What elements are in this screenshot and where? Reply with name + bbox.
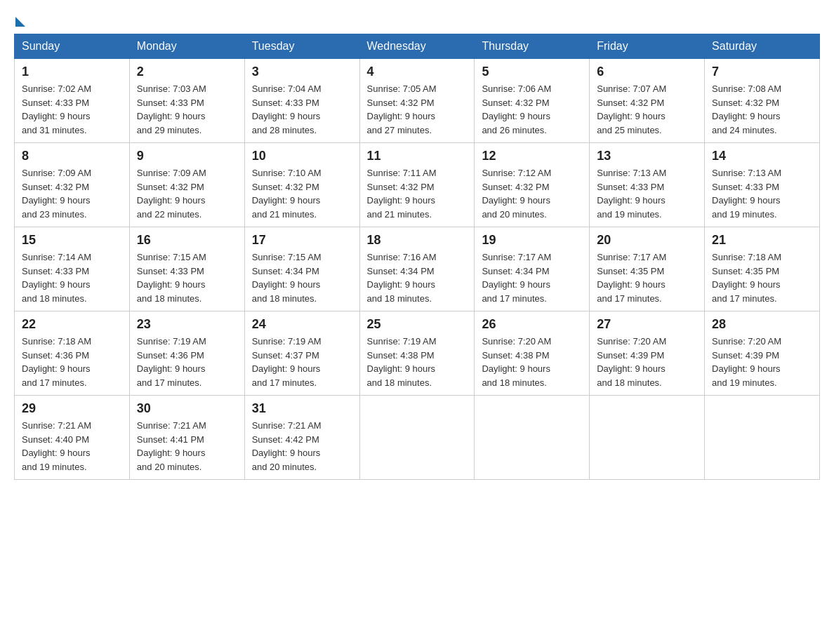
day-info: Sunrise: 7:21 AMSunset: 4:41 PMDaylight:… [137,419,237,474]
day-number: 18 [367,233,468,248]
day-info: Sunrise: 7:15 AMSunset: 4:33 PMDaylight:… [137,250,237,305]
day-info: Sunrise: 7:12 AMSunset: 4:32 PMDaylight:… [482,166,582,221]
calendar-cell: 17Sunrise: 7:15 AMSunset: 4:34 PMDayligh… [244,227,359,311]
calendar-cell: 2Sunrise: 7:03 AMSunset: 4:33 PMDaylight… [129,59,244,143]
header-thursday: Thursday [475,34,590,59]
day-info: Sunrise: 7:03 AMSunset: 4:33 PMDaylight:… [137,82,237,137]
day-info: Sunrise: 7:11 AMSunset: 4:32 PMDaylight:… [367,166,468,221]
day-info: Sunrise: 7:19 AMSunset: 4:38 PMDaylight:… [367,335,468,389]
day-number: 5 [482,65,582,79]
day-number: 29 [22,401,122,416]
day-number: 23 [137,317,237,332]
day-number: 15 [22,233,122,248]
calendar-cell: 16Sunrise: 7:15 AMSunset: 4:33 PMDayligh… [129,227,244,311]
header-tuesday: Tuesday [244,34,359,59]
calendar-cell: 12Sunrise: 7:12 AMSunset: 4:32 PMDayligh… [475,143,590,227]
logo [14,14,25,27]
calendar-cell: 3Sunrise: 7:04 AMSunset: 4:33 PMDaylight… [244,59,359,143]
day-number: 2 [137,65,237,79]
day-number: 7 [712,65,812,79]
day-info: Sunrise: 7:16 AMSunset: 4:34 PMDaylight:… [367,250,468,305]
day-number: 24 [252,317,352,332]
calendar-cell: 20Sunrise: 7:17 AMSunset: 4:35 PMDayligh… [590,227,705,311]
calendar-cell: 18Sunrise: 7:16 AMSunset: 4:34 PMDayligh… [359,227,475,311]
day-number: 13 [597,149,697,163]
day-info: Sunrise: 7:21 AMSunset: 4:42 PMDaylight:… [252,419,352,474]
day-number: 17 [252,233,352,248]
calendar-cell: 21Sunrise: 7:18 AMSunset: 4:35 PMDayligh… [705,227,820,311]
day-number: 26 [482,317,582,332]
day-number: 25 [367,317,468,332]
day-info: Sunrise: 7:15 AMSunset: 4:34 PMDaylight:… [252,250,352,305]
day-info: Sunrise: 7:20 AMSunset: 4:39 PMDaylight:… [712,335,812,389]
calendar-cell: 15Sunrise: 7:14 AMSunset: 4:33 PMDayligh… [15,227,130,311]
day-info: Sunrise: 7:18 AMSunset: 4:36 PMDaylight:… [22,335,122,389]
calendar-cell: 4Sunrise: 7:05 AMSunset: 4:32 PMDaylight… [359,59,475,143]
calendar-cell: 26Sunrise: 7:20 AMSunset: 4:38 PMDayligh… [475,311,590,396]
header-wednesday: Wednesday [359,34,475,59]
day-number: 9 [137,149,237,163]
day-info: Sunrise: 7:20 AMSunset: 4:38 PMDaylight:… [482,335,582,389]
calendar-cell: 25Sunrise: 7:19 AMSunset: 4:38 PMDayligh… [359,311,475,396]
day-number: 20 [597,233,697,248]
day-info: Sunrise: 7:19 AMSunset: 4:36 PMDaylight:… [137,335,237,389]
calendar-cell: 6Sunrise: 7:07 AMSunset: 4:32 PMDaylight… [590,59,705,143]
day-info: Sunrise: 7:09 AMSunset: 4:32 PMDaylight:… [22,166,122,221]
day-info: Sunrise: 7:05 AMSunset: 4:32 PMDaylight:… [367,82,468,137]
day-number: 12 [482,149,582,163]
day-number: 11 [367,149,468,163]
day-info: Sunrise: 7:08 AMSunset: 4:32 PMDaylight:… [712,82,812,137]
day-info: Sunrise: 7:06 AMSunset: 4:32 PMDaylight:… [482,82,582,137]
day-number: 14 [712,149,812,163]
day-info: Sunrise: 7:13 AMSunset: 4:33 PMDaylight:… [712,166,812,221]
day-info: Sunrise: 7:04 AMSunset: 4:33 PMDaylight:… [252,82,352,137]
calendar-cell: 24Sunrise: 7:19 AMSunset: 4:37 PMDayligh… [244,311,359,396]
day-info: Sunrise: 7:17 AMSunset: 4:34 PMDaylight:… [482,250,582,305]
day-number: 19 [482,233,582,248]
calendar-cell: 27Sunrise: 7:20 AMSunset: 4:39 PMDayligh… [590,311,705,396]
calendar-cell [359,396,475,480]
day-info: Sunrise: 7:20 AMSunset: 4:39 PMDaylight:… [597,335,697,389]
day-number: 16 [137,233,237,248]
day-number: 6 [597,65,697,79]
logo-arrow-icon [15,17,25,27]
header-sunday: Sunday [15,34,130,59]
day-info: Sunrise: 7:18 AMSunset: 4:35 PMDaylight:… [712,250,812,305]
day-info: Sunrise: 7:14 AMSunset: 4:33 PMDaylight:… [22,250,122,305]
calendar-cell: 14Sunrise: 7:13 AMSunset: 4:33 PMDayligh… [705,143,820,227]
calendar-cell: 31Sunrise: 7:21 AMSunset: 4:42 PMDayligh… [244,396,359,480]
week-row-2: 8Sunrise: 7:09 AMSunset: 4:32 PMDaylight… [15,143,820,227]
calendar-header-row: Sunday Monday Tuesday Wednesday Thursday… [15,34,820,59]
day-info: Sunrise: 7:19 AMSunset: 4:37 PMDaylight:… [252,335,352,389]
day-number: 1 [22,65,122,79]
header-friday: Friday [590,34,705,59]
calendar-cell: 30Sunrise: 7:21 AMSunset: 4:41 PMDayligh… [129,396,244,480]
day-number: 3 [252,65,352,79]
day-info: Sunrise: 7:13 AMSunset: 4:33 PMDaylight:… [597,166,697,221]
day-info: Sunrise: 7:17 AMSunset: 4:35 PMDaylight:… [597,250,697,305]
calendar-cell: 13Sunrise: 7:13 AMSunset: 4:33 PMDayligh… [590,143,705,227]
day-info: Sunrise: 7:09 AMSunset: 4:32 PMDaylight:… [137,166,237,221]
day-info: Sunrise: 7:21 AMSunset: 4:40 PMDaylight:… [22,419,122,474]
day-number: 30 [137,401,237,416]
day-number: 21 [712,233,812,248]
header-saturday: Saturday [705,34,820,59]
calendar-cell: 23Sunrise: 7:19 AMSunset: 4:36 PMDayligh… [129,311,244,396]
calendar-cell [475,396,590,480]
calendar-cell: 9Sunrise: 7:09 AMSunset: 4:32 PMDaylight… [129,143,244,227]
calendar-cell: 19Sunrise: 7:17 AMSunset: 4:34 PMDayligh… [475,227,590,311]
calendar-cell: 7Sunrise: 7:08 AMSunset: 4:32 PMDaylight… [705,59,820,143]
calendar-cell: 10Sunrise: 7:10 AMSunset: 4:32 PMDayligh… [244,143,359,227]
day-number: 27 [597,317,697,332]
calendar-cell: 8Sunrise: 7:09 AMSunset: 4:32 PMDaylight… [15,143,130,227]
calendar-cell: 1Sunrise: 7:02 AMSunset: 4:33 PMDaylight… [15,59,130,143]
week-row-1: 1Sunrise: 7:02 AMSunset: 4:33 PMDaylight… [15,59,820,143]
day-number: 28 [712,317,812,332]
calendar-cell: 22Sunrise: 7:18 AMSunset: 4:36 PMDayligh… [15,311,130,396]
week-row-4: 22Sunrise: 7:18 AMSunset: 4:36 PMDayligh… [15,311,820,396]
page-header [14,14,820,27]
calendar-cell [705,396,820,480]
day-number: 4 [367,65,468,79]
calendar-cell: 5Sunrise: 7:06 AMSunset: 4:32 PMDaylight… [475,59,590,143]
calendar-table: Sunday Monday Tuesday Wednesday Thursday… [14,34,820,480]
